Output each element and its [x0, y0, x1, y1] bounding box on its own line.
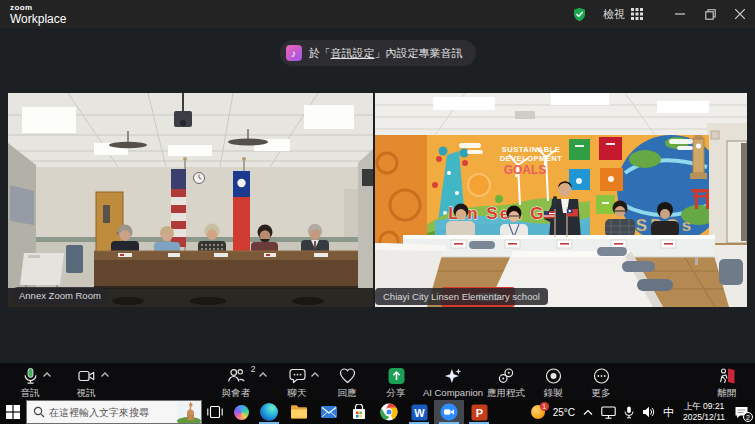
display-cast-tray-icon[interactable] [597, 400, 620, 424]
video-options-chevron[interactable] [101, 372, 110, 378]
classroom-door [707, 123, 747, 243]
weather-temperature[interactable]: 25°C [549, 400, 579, 424]
participants-options-chevron[interactable] [259, 372, 268, 378]
edge-icon [260, 403, 278, 421]
audio-options-chevron[interactable] [43, 372, 52, 378]
taskbar-app-chrome[interactable] [374, 400, 404, 424]
file-explorer-icon [290, 404, 308, 420]
taskbar-app-word[interactable]: W [404, 400, 434, 424]
taskbar-app-file-explorer[interactable] [284, 400, 314, 424]
volume-tray-icon[interactable] [638, 400, 659, 424]
mural-text: GOALS [504, 163, 547, 177]
time: 上午 09:21 [683, 401, 725, 412]
heart-icon [338, 367, 356, 385]
restore-button[interactable] [695, 0, 725, 28]
taskbar-app-zoom-active[interactable] [434, 400, 464, 424]
us-desk-flag [544, 211, 555, 219]
zoom-meeting-window: zoom Workplace 檢視 ♪ 於「音訊設定」內設定專業音訊 [0, 0, 755, 424]
ai-companion-button[interactable]: AI Companion [423, 367, 483, 398]
ime-language-indicator[interactable]: 中 [659, 400, 678, 424]
mic-icon [624, 406, 634, 419]
share-screen-icon [387, 367, 405, 385]
task-view-button[interactable] [202, 400, 228, 424]
brand-workplace: Workplace [10, 13, 66, 25]
reactions-button[interactable]: 回應 [338, 367, 357, 400]
mural-text: SUSTAINABLE [502, 145, 560, 154]
linsen-classroom-video: SUSTAINABLE DEVELOPMENT GOALS Lin Sen Go… [375, 93, 747, 307]
search-input[interactable] [49, 407, 165, 418]
show-hidden-icons-button[interactable] [579, 400, 597, 424]
apps-button[interactable]: 應用程式 [487, 367, 525, 400]
view-label: 檢視 [603, 7, 625, 22]
record-button[interactable]: 錄製 [544, 367, 563, 400]
ceiling [8, 93, 373, 167]
system-tray: 1 25°C 中 上午 09:21 2025/12/11 2 [527, 400, 755, 424]
apps-icon [497, 367, 515, 385]
more-ellipsis-icon [592, 367, 610, 385]
chat-options-chevron[interactable] [311, 372, 320, 378]
window [10, 185, 34, 225]
minimize-button[interactable] [665, 0, 695, 28]
taiwan-desk-flag [567, 209, 578, 217]
start-button[interactable] [0, 400, 26, 424]
video-tile-label: Annex Zoom Room [11, 287, 109, 304]
meeting-secure-shield-icon[interactable] [572, 7, 587, 22]
video-button[interactable]: 視訊 [77, 367, 96, 400]
date: 2025/12/11 [683, 412, 725, 423]
powerpoint-icon: P [471, 404, 488, 421]
taiwan-flag [233, 157, 250, 265]
audio-settings-banner[interactable]: ♪ 於「音訊設定」內設定專業音訊 [280, 40, 476, 66]
taskbar-app-microsoft-store[interactable] [344, 400, 374, 424]
close-icon [735, 9, 745, 19]
title-bar: zoom Workplace 檢視 [0, 0, 755, 28]
windows-logo-icon [6, 405, 20, 419]
more-button[interactable]: 更多 [592, 367, 611, 400]
meeting-toolbar: 音訊 視訊 2 與會者 聊天 回應 分享 AI Companion [0, 363, 755, 400]
record-icon [544, 367, 562, 385]
view-layout-button[interactable]: 檢視 [603, 7, 643, 22]
microphone-icon [21, 367, 39, 385]
zoom-app-icon [440, 403, 458, 421]
windows-taskbar: W P 1 25°C [0, 400, 755, 424]
wall-speaker [362, 169, 373, 186]
video-tile-annex-zoom-room[interactable]: Annex Zoom Room [8, 93, 373, 307]
audio-button[interactable]: 音訊 [21, 367, 40, 400]
ceiling [375, 93, 747, 135]
speaker-icon [642, 406, 655, 418]
leave-icon [718, 367, 737, 385]
copilot-icon [234, 405, 249, 420]
clock[interactable]: 上午 09:21 2025/12/11 [678, 401, 730, 423]
taskbar-app-edge[interactable] [254, 400, 284, 424]
notification-count-badge: 2 [743, 412, 753, 422]
chrome-icon [380, 403, 398, 421]
microphone-tray-icon[interactable] [620, 400, 638, 424]
search-icon [33, 406, 45, 418]
taskbar-app-mail[interactable] [314, 400, 344, 424]
audio-settings-link[interactable]: 音訊設定 [331, 47, 375, 59]
copilot-button[interactable] [228, 400, 254, 424]
video-camera-icon [77, 367, 95, 385]
share-screen-button[interactable]: 分享 [387, 367, 406, 400]
video-tile-linsen-elementary[interactable]: SUSTAINABLE DEVELOPMENT GOALS Lin Sen Go… [375, 93, 747, 307]
music-note-icon: ♪ [286, 45, 302, 61]
chat-icon [288, 367, 306, 385]
taskbar-app-powerpoint[interactable]: P [464, 400, 494, 424]
display-icon [601, 406, 616, 419]
ai-sparkle-icon [443, 367, 462, 385]
zoom-workplace-logo: zoom Workplace [10, 4, 66, 25]
video-tile-label: Chiayi City Linsen Elementary school [375, 288, 548, 305]
participants-button[interactable]: 2 與會者 [222, 367, 251, 400]
action-center-button[interactable]: 2 [730, 400, 753, 424]
annex-room-video [8, 93, 373, 307]
grid-view-icon [631, 8, 643, 20]
chat-button[interactable]: 聊天 [288, 367, 307, 400]
leave-meeting-button[interactable]: 離開 [718, 367, 737, 400]
search-highlight-animal-image[interactable] [177, 401, 201, 423]
restore-icon [705, 9, 716, 20]
weather-widget[interactable]: 1 [527, 400, 549, 424]
taskbar-search[interactable] [26, 400, 202, 424]
close-button[interactable] [725, 0, 755, 28]
mail-icon [320, 404, 338, 420]
mural-text: DEVELOPMENT [500, 154, 563, 163]
microsoft-store-icon [351, 404, 367, 420]
